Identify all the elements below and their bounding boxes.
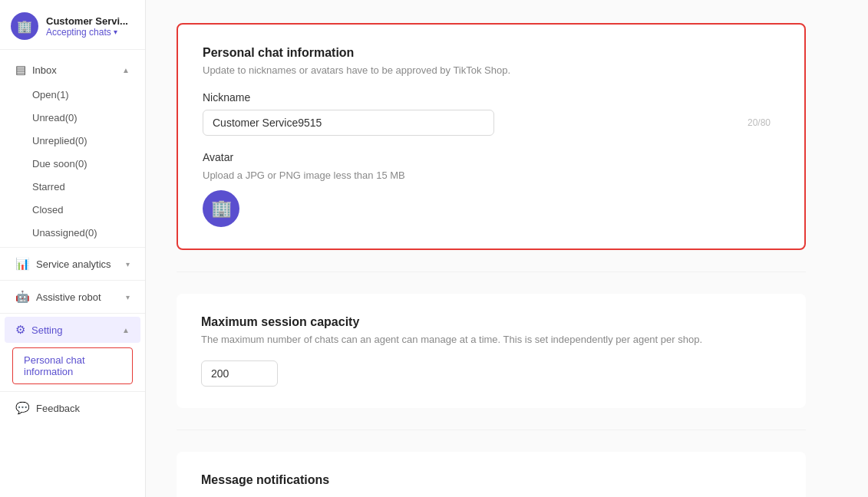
personal-chat-subtitle: Update to nicknames or avatars have to b… [203,64,780,76]
session-capacity-subtitle: The maximum number of chats can an agent… [201,334,781,345]
session-capacity-card: Maximum session capacity The maximum num… [177,294,806,408]
sidebar-item-closed[interactable]: Closed [5,199,140,221]
page-content: Personal chat information Update to nick… [177,23,806,497]
main-content: Personal chat information Update to nick… [146,0,868,497]
setting-chevron-icon: ▲ [122,326,130,334]
avatar-upload-icon: 🏢 [211,199,232,219]
sidebar-item-inbox[interactable]: ▤ Inbox ▲ [5,57,140,83]
feedback-icon: 💬 [15,401,30,415]
setting-icon: ⚙ [15,323,25,337]
sidebar-item-unreplied[interactable]: Unreplied(0) [5,130,140,152]
sidebar-item-personal-chat[interactable]: Personal chat information [12,347,133,384]
sidebar-nav: ▤ Inbox ▲ Open(1) Unread(0) Unreplied(0)… [0,50,145,497]
personal-chat-card: Personal chat information Update to nick… [177,23,806,250]
avatar-field-label: Avatar [203,151,780,163]
notifications-title: Message notifications [201,473,781,487]
sidebar-item-open[interactable]: Open(1) [5,84,140,106]
service-analytics-icon: 📊 [15,257,30,271]
service-analytics-chevron-icon: ▾ [126,260,130,268]
avatar-upload-button[interactable]: 🏢 [203,190,239,227]
feedback-label: Feedback [36,403,130,414]
nav-divider-3 [0,313,145,314]
inbox-section: ▤ Inbox ▲ Open(1) Unread(0) Unreplied(0)… [0,57,145,244]
sidebar-item-unread[interactable]: Unread(0) [5,107,140,129]
sidebar-item-due-soon[interactable]: Due soon(0) [5,153,140,175]
separator-1 [177,272,806,272]
inbox-label: Inbox [32,64,116,76]
assistive-robot-label: Assistive robot [36,291,120,303]
assistive-robot-chevron-icon: ▾ [126,293,130,301]
nickname-input[interactable] [203,110,494,136]
nickname-field-label: Nickname [203,91,780,104]
inbox-icon: ▤ [15,63,26,77]
personal-chat-label: Personal chat information [24,354,121,377]
sidebar-item-setting[interactable]: ⚙ Setting ▲ [5,317,140,343]
nickname-char-count: 20/80 [748,117,771,128]
nav-divider-2 [0,280,145,281]
inbox-chevron-icon: ▲ [122,66,130,74]
nav-divider-4 [0,391,145,392]
sidebar-item-feedback[interactable]: 💬 Feedback [5,395,140,421]
avatar-subtitle: Upload a JPG or PNG image less than 15 M… [203,170,780,181]
sidebar-item-starred[interactable]: Starred [5,176,140,198]
sidebar-item-service-analytics[interactable]: 📊 Service analytics ▾ [5,251,140,277]
accepting-chats-status[interactable]: Accepting chats ▾ [46,27,128,38]
sidebar-header: 🏢 Customer Servi... Accepting chats ▾ [0,0,145,50]
assistive-robot-icon: 🤖 [15,290,30,304]
notifications-card: Message notifications Sound Pop-ups [177,452,806,497]
nickname-input-wrapper: 20/80 [203,110,780,136]
sidebar-item-assistive-robot[interactable]: 🤖 Assistive robot ▾ [5,284,140,310]
sidebar-item-unassigned[interactable]: Unassigned(0) [5,222,140,244]
shop-avatar: 🏢 [11,12,38,40]
personal-chat-title: Personal chat information [203,46,780,60]
shop-name: Customer Servi... [46,15,128,27]
sidebar: 🏢 Customer Servi... Accepting chats ▾ ▤ … [0,0,146,497]
separator-2 [177,430,806,430]
session-capacity-input[interactable] [201,360,278,387]
setting-label: Setting [31,324,116,336]
session-capacity-title: Maximum session capacity [201,315,781,329]
nav-divider-1 [0,247,145,248]
service-analytics-label: Service analytics [36,258,120,270]
shop-info: Customer Servi... Accepting chats ▾ [46,15,128,38]
status-chevron-icon: ▾ [114,28,117,36]
